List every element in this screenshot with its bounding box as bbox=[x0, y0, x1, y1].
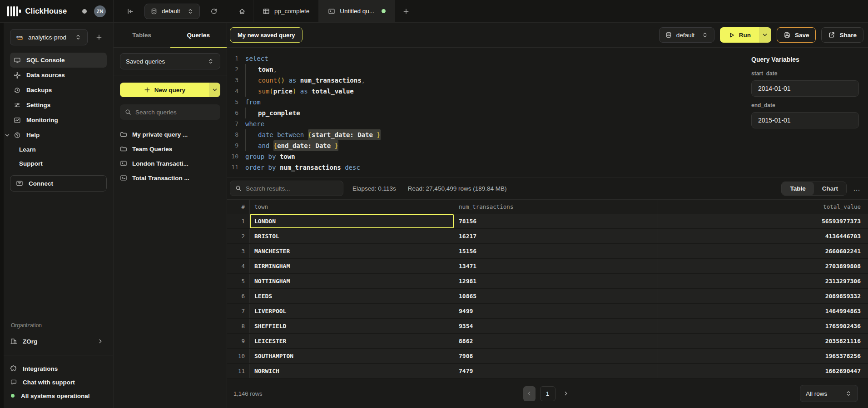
cell-[interactable]: 2 bbox=[227, 229, 250, 243]
run-options-button[interactable] bbox=[759, 27, 771, 43]
cell-num-transactions[interactable]: 8862 bbox=[454, 334, 658, 348]
cell-total-value[interactable]: 2660602241 bbox=[658, 244, 868, 258]
cell-num-transactions[interactable]: 9354 bbox=[454, 319, 658, 333]
cell-num-transactions[interactable]: 9499 bbox=[454, 304, 658, 318]
cell-[interactable]: 1 bbox=[227, 214, 250, 228]
query-list-item-total-transaction[interactable]: Total Transaction ... bbox=[120, 171, 220, 185]
sidebar-footer-chat-with-support[interactable]: Chat with support bbox=[10, 375, 107, 389]
run-database-select[interactable]: default bbox=[659, 27, 714, 43]
search-queries-input[interactable] bbox=[135, 109, 216, 116]
column-header-[interactable]: # bbox=[227, 200, 250, 214]
sidebar-item-help[interactable]: Help bbox=[10, 128, 107, 143]
cell-num-transactions[interactable]: 13471 bbox=[454, 259, 658, 273]
query-list-item-my-private-query[interactable]: My private query ... bbox=[120, 127, 220, 142]
cell-num-transactions[interactable]: 15156 bbox=[454, 244, 658, 258]
cell-total-value[interactable]: 1965378256 bbox=[658, 349, 868, 363]
tab-tables[interactable]: Tables bbox=[114, 23, 170, 47]
service-select[interactable]: aws analytics-prod bbox=[10, 29, 88, 45]
save-button[interactable]: Save bbox=[777, 27, 816, 43]
sidebar-footer-integrations[interactable]: Integrations bbox=[10, 362, 107, 375]
cell-total-value[interactable]: 2313297306 bbox=[658, 274, 868, 288]
sidebar-item-backups[interactable]: Backups bbox=[10, 83, 107, 98]
cell-[interactable]: 3 bbox=[227, 244, 250, 258]
cell-[interactable]: 10 bbox=[227, 349, 250, 363]
cell-total-value[interactable]: 2035821116 bbox=[658, 334, 868, 348]
cell-total-value[interactable]: 2089859332 bbox=[658, 289, 868, 303]
cell-num-transactions[interactable]: 7908 bbox=[454, 349, 658, 363]
add-service-button[interactable] bbox=[91, 29, 107, 45]
cell-[interactable]: 9 bbox=[227, 334, 250, 348]
cell-town[interactable]: BIRMINGHAM bbox=[250, 259, 454, 273]
home-button[interactable] bbox=[231, 4, 253, 19]
cell-num-transactions[interactable]: 10865 bbox=[454, 289, 658, 303]
cell-total-value[interactable]: 2703899808 bbox=[658, 259, 868, 273]
editor-tab-untitled-qu[interactable]: Untitled qu... bbox=[319, 0, 395, 22]
column-header-num-transactions[interactable]: num_transactions bbox=[454, 200, 658, 214]
editor-tab-pp-complete[interactable]: pp_complete bbox=[253, 0, 319, 22]
cell-town[interactable]: BRISTOL bbox=[250, 229, 454, 243]
topbar-database-select[interactable]: default bbox=[144, 4, 200, 19]
sidebar-item-data-sources[interactable]: Data sources bbox=[10, 68, 107, 83]
page-size-select[interactable]: All rows bbox=[800, 385, 858, 402]
cell-total-value[interactable]: 1765902436 bbox=[658, 319, 868, 333]
sidebar-subitem-support[interactable]: Support bbox=[10, 157, 107, 171]
cell-town[interactable]: NOTTINGHAM bbox=[250, 274, 454, 288]
cell-total-value[interactable]: 56593977373 bbox=[658, 214, 868, 228]
next-page-button[interactable] bbox=[560, 386, 572, 401]
cell-town[interactable]: LEICESTER bbox=[250, 334, 454, 348]
saved-queries-select[interactable]: Saved queries bbox=[120, 53, 220, 69]
new-query-button[interactable]: New query bbox=[120, 83, 209, 97]
sidebar-item-settings[interactable]: Settings bbox=[10, 98, 107, 113]
view-chart[interactable]: Chart bbox=[814, 182, 846, 195]
cell-town[interactable]: NORWICH bbox=[250, 364, 454, 378]
cell-total-value[interactable]: 4136446703 bbox=[658, 229, 868, 243]
cell-total-value[interactable]: 1662690447 bbox=[658, 364, 868, 378]
cell-num-transactions[interactable]: 78156 bbox=[454, 214, 658, 228]
connect-button[interactable]: Connect bbox=[10, 175, 107, 192]
previous-page-button[interactable] bbox=[523, 386, 536, 401]
query-list-item-london-transacti[interactable]: London Transacti... bbox=[120, 156, 220, 171]
sql-editor[interactable]: 1select2town,3count() as num_transaction… bbox=[227, 48, 742, 177]
column-header-town[interactable]: town bbox=[250, 200, 454, 214]
avatar[interactable]: ZN bbox=[94, 5, 106, 17]
cell-town[interactable]: LIVERPOOL bbox=[250, 304, 454, 318]
start-date-input[interactable] bbox=[751, 80, 859, 97]
results-footer: 1,146 rows 1 All rows bbox=[227, 379, 868, 408]
organization-switcher[interactable]: ZOrg bbox=[10, 334, 107, 349]
cell-town[interactable]: LEEDS bbox=[250, 289, 454, 303]
cell-[interactable]: 5 bbox=[227, 274, 250, 288]
cell-town[interactable]: SHEFFIELD bbox=[250, 319, 454, 333]
end-date-input[interactable] bbox=[751, 112, 859, 128]
search-results-input[interactable] bbox=[246, 185, 338, 192]
cell-[interactable]: 8 bbox=[227, 319, 250, 333]
cell-town[interactable]: LONDON bbox=[250, 214, 454, 228]
sidebar-footer-all-systems-operational[interactable]: All systems operational bbox=[10, 389, 107, 403]
cell-num-transactions[interactable]: 16217 bbox=[454, 229, 658, 243]
more-options-button[interactable]: … bbox=[851, 184, 863, 192]
new-query-options-button[interactable] bbox=[209, 83, 220, 97]
view-table[interactable]: Table bbox=[782, 182, 813, 195]
sidebar-subitem-learn[interactable]: Learn bbox=[10, 143, 107, 157]
collapse-sidebar-button[interactable] bbox=[123, 4, 138, 19]
cell-total-value[interactable]: 1464994863 bbox=[658, 304, 868, 318]
cell-num-transactions[interactable]: 12981 bbox=[454, 274, 658, 288]
cell-town[interactable]: SOUTHAMPTON bbox=[250, 349, 454, 363]
cell-[interactable]: 6 bbox=[227, 289, 250, 303]
sidebar-item-monitoring[interactable]: Monitoring bbox=[10, 113, 107, 128]
sidebar-item-sql-console[interactable]: SQL Console bbox=[10, 53, 107, 68]
refresh-button[interactable] bbox=[206, 4, 222, 19]
saved-query-tab[interactable]: My new saved query bbox=[230, 27, 303, 43]
cell-num-transactions[interactable]: 7479 bbox=[454, 364, 658, 378]
tab-queries[interactable]: Queries bbox=[170, 23, 227, 47]
query-list-item-team-queries[interactable]: Team Queries bbox=[120, 142, 220, 156]
cell-town[interactable]: MANCHESTER bbox=[250, 244, 454, 258]
cell-[interactable]: 7 bbox=[227, 304, 250, 318]
column-header-total-value[interactable]: total_value bbox=[658, 200, 868, 214]
new-tab-button[interactable] bbox=[395, 0, 417, 22]
share-button[interactable]: Share bbox=[821, 27, 863, 43]
cell-[interactable]: 11 bbox=[227, 364, 250, 378]
cell-[interactable]: 4 bbox=[227, 259, 250, 273]
run-button[interactable]: Run bbox=[720, 27, 759, 43]
current-page[interactable]: 1 bbox=[540, 386, 556, 401]
code-token: town bbox=[280, 151, 295, 162]
